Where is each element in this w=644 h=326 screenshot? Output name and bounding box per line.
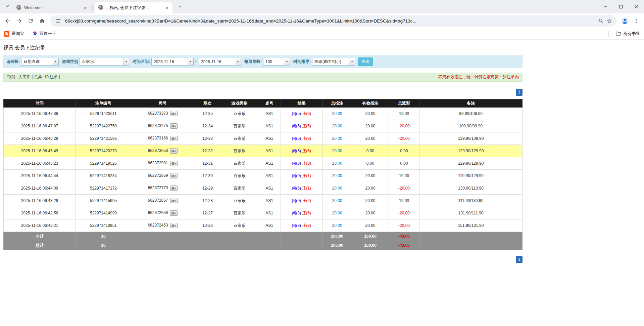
round-cell: 662373275 <box>131 120 194 132</box>
time-cell: 2025-11-16 06:44:09 <box>4 182 76 195</box>
column-header-0: 时间 <box>4 99 76 108</box>
session-cell: 12-35 <box>194 108 221 120</box>
new-tab-button[interactable] <box>175 2 185 11</box>
video-replay-icon[interactable] <box>170 111 178 116</box>
banker-result: 庄(1) <box>302 173 311 178</box>
remark-cell: 89.90/108.90 <box>419 108 523 120</box>
page-1-button[interactable]: 1 <box>516 256 523 263</box>
globe-icon <box>16 5 21 11</box>
video-replay-icon[interactable] <box>170 210 178 216</box>
remark-cell: 130.90/110.90 <box>419 182 523 195</box>
back-button[interactable] <box>2 15 13 27</box>
baidu-paw-icon <box>32 31 38 37</box>
total-bet-link[interactable]: 20.00 <box>332 173 342 178</box>
bet-id-cell: 522971418284 <box>76 170 131 182</box>
time-cell: 2025-11-16 06:44:44 <box>4 170 76 182</box>
video-replay-icon[interactable] <box>170 186 178 191</box>
round-id: 662372859 <box>148 173 168 178</box>
bookmark-star-icon[interactable] <box>605 17 613 25</box>
page-1-button[interactable]: 1 <box>516 89 523 96</box>
payout-cell: 0.00 <box>389 145 419 157</box>
remark-cell: 129.90/129.90 <box>419 157 523 170</box>
game-type-select[interactable]: 百家乐 ▾ <box>80 58 129 66</box>
column-header-1: 注单编号 <box>76 99 131 108</box>
payout-cell: -20.00 <box>389 182 419 195</box>
video-replay-icon[interactable] <box>170 136 178 141</box>
site-settings-icon[interactable] <box>54 17 62 25</box>
result-cell: 闲(0) 庄(2) <box>281 195 323 207</box>
all-bookmarks-button[interactable]: 所有书签 <box>608 31 640 37</box>
total-bet-link[interactable]: 20.00 <box>332 124 342 128</box>
session-cell: 12-29 <box>194 182 221 195</box>
browser-menu-icon[interactable] <box>631 15 642 27</box>
tab-close-icon[interactable]: ✕ <box>164 5 170 10</box>
column-header-8: 有效投注 <box>352 99 389 108</box>
home-button[interactable] <box>36 15 48 27</box>
tab-welcome[interactable]: Welcome ✕ <box>13 2 91 13</box>
banker-result: 庄(8) <box>302 161 311 166</box>
browser-window: Welcome ✕ :::视讯, 会员下注纪录::: ✕ <box>0 0 644 40</box>
page-size-select[interactable]: 100 ▾ <box>263 58 290 66</box>
total-bet-link[interactable]: 20.00 <box>332 136 342 141</box>
banker-result: 庄(6) <box>302 111 311 116</box>
player-result: 闲(6) <box>292 186 301 191</box>
bet-id-cell: 522971415995 <box>76 195 131 207</box>
video-replay-icon[interactable] <box>170 148 178 154</box>
bookmark-baidu[interactable]: 百度一下 <box>32 31 56 37</box>
total-bet-link[interactable]: 20.00 <box>332 149 342 153</box>
video-replay-icon[interactable] <box>170 161 178 166</box>
game-type-label: 游戏类别 <box>62 59 78 65</box>
globe-icon <box>98 5 103 11</box>
page-size-value: 100 <box>263 58 284 65</box>
summary-cell <box>194 232 221 241</box>
video-replay-icon[interactable] <box>170 123 178 129</box>
total-bet-link[interactable]: 20.00 <box>332 111 342 116</box>
tab-close-icon[interactable]: ✕ <box>83 5 88 10</box>
table-no-cell: AS1 <box>258 170 281 182</box>
bookmark-taobao[interactable]: 淘 爱淘宝 <box>4 31 24 37</box>
video-replay-icon[interactable] <box>170 173 178 178</box>
tab-bet-records[interactable]: :::视讯, 会员下注纪录::: ✕ <box>95 2 172 13</box>
zoom-icon[interactable] <box>597 17 605 25</box>
query-type-select[interactable]: 日期查询 ▾ <box>21 58 59 66</box>
video-replay-icon[interactable] <box>170 223 178 228</box>
search-button[interactable]: 查询 <box>358 57 373 66</box>
sort-select[interactable]: 降幂(由大到小) ▾ <box>312 58 355 66</box>
maximize-button[interactable] <box>613 0 629 13</box>
total-bet-link[interactable]: 20.00 <box>332 161 342 166</box>
page-title: 视讯 会员下注纪录 <box>3 40 523 55</box>
game-type-cell: 百家乐 <box>221 207 258 219</box>
valid-bet-cell: 20.00 <box>352 195 389 207</box>
round-cell: 662373166 <box>131 132 194 145</box>
table-row: 2025-11-16 06:47:07522971422750662373275… <box>4 120 523 132</box>
total-bet-link[interactable]: 20.00 <box>332 223 342 228</box>
column-header-7: 总投注 <box>323 99 352 108</box>
profile-avatar[interactable] <box>619 15 631 27</box>
time-cell: 2025-11-16 06:45:23 <box>4 157 76 170</box>
summary-cell <box>221 241 258 250</box>
video-replay-icon[interactable] <box>170 198 178 203</box>
total-bet-link[interactable]: 20.00 <box>332 198 342 203</box>
column-header-5: 桌号 <box>258 99 281 108</box>
table-no-cell: AS1 <box>258 195 281 207</box>
payout-cell: -20.00 <box>389 207 419 219</box>
minimize-button[interactable] <box>598 0 613 13</box>
bet-id-cell: 522971422750 <box>76 120 131 132</box>
tab-title: :::视讯, 会员下注纪录::: <box>106 5 162 11</box>
table-no-cell: AS1 <box>258 120 281 132</box>
refresh-button[interactable] <box>25 15 36 27</box>
tab-search-button[interactable] <box>3 2 12 11</box>
address-bar[interactable]: 66cxkj98.com/game/betrecord_search/kind3… <box>50 15 616 27</box>
player-result: 闲(0) <box>292 173 301 178</box>
pagination-top: 1 <box>3 89 523 96</box>
close-button[interactable] <box>629 0 644 13</box>
time-cell: 2025-11-16 06:42:21 <box>4 219 76 232</box>
result-cell: 闲(6) 庄(1) <box>281 182 323 195</box>
total-bet-link[interactable]: 20.00 <box>332 211 342 215</box>
remark-cell: 129.90/109.90 <box>419 132 523 145</box>
forward-button[interactable] <box>13 15 25 27</box>
total-bet-link[interactable]: 20.00 <box>332 186 342 191</box>
date-end-select[interactable]: 2025-11-16 ▾ <box>199 58 241 66</box>
valid-bet-cell: 0.00 <box>352 145 389 157</box>
date-start-select[interactable]: 2025-11-16 ▾ <box>151 58 194 66</box>
